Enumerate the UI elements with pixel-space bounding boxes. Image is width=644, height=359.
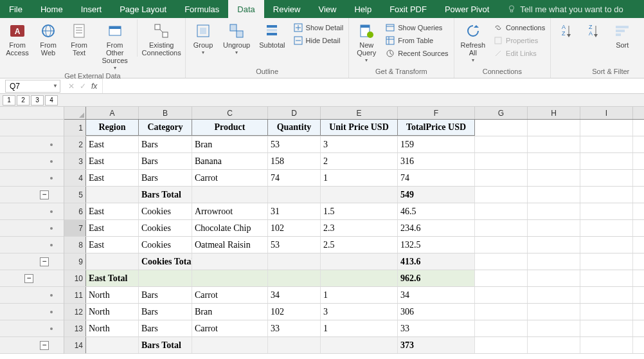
formula-input[interactable] [102,78,644,93]
cell[interactable]: Carrot [192,170,268,186]
cell[interactable]: 2.5 [321,237,398,253]
col-header-A[interactable]: A [86,107,139,119]
cell[interactable]: 74 [398,170,475,186]
table-header-cell[interactable]: Unit Price USD [321,120,398,136]
cell[interactable] [475,153,528,169]
cell[interactable]: 33 [398,320,475,336]
row-header[interactable]: 12 [64,304,86,320]
cell[interactable]: 316 [398,153,475,169]
cell[interactable]: Bars [139,304,192,320]
cell[interactable] [86,187,139,203]
cell[interactable]: Bars [139,153,192,169]
cell[interactable]: East [86,237,139,253]
cell[interactable]: 1 [321,320,398,336]
cell[interactable] [475,287,528,303]
cell[interactable] [528,337,580,353]
cell[interactable] [580,237,633,253]
cell[interactable]: Cookies [139,203,192,219]
cell[interactable]: Chocolate Chip [192,220,268,236]
cell[interactable] [475,136,528,152]
col-header-C[interactable]: C [192,107,268,119]
cell[interactable]: 373 [398,337,475,353]
cell[interactable] [528,170,580,186]
cell[interactable] [580,253,633,270]
existing-connections-button[interactable]: Existing Connections [137,19,181,57]
cell[interactable]: Bars [139,136,192,152]
sort-za-button[interactable]: ZA [582,19,605,41]
row-header[interactable]: 5 [64,187,86,203]
cell[interactable] [475,120,528,136]
cell[interactable] [528,304,580,320]
row-header[interactable]: 6 [64,203,86,219]
cell[interactable]: 31 [268,203,321,219]
cell[interactable] [475,203,528,219]
connections-button[interactable]: Connections [492,22,546,33]
from-text-button[interactable]: From Text [66,19,93,57]
cell[interactable]: Bars Total [139,337,192,353]
cell[interactable]: Oatmeal Raisin [192,237,268,253]
subtotal-button[interactable]: Subtotal [256,19,287,49]
cell[interactable] [580,136,633,152]
cell[interactable] [580,187,633,203]
filter-button[interactable]: Filter [640,19,644,49]
row-header[interactable]: 8 [64,237,86,253]
cell[interactable] [580,337,633,353]
row-header[interactable]: 11 [64,287,86,303]
cell[interactable] [580,203,633,219]
cell[interactable] [139,270,192,286]
tab-view[interactable]: View [309,0,345,18]
cell[interactable]: Bran [192,136,268,152]
cell[interactable]: 549 [398,187,475,203]
cell[interactable] [86,337,139,353]
table-header-cell[interactable]: Region [86,120,139,136]
cell[interactable]: 1 [321,287,398,303]
cell[interactable]: East [86,170,139,186]
row-header[interactable]: 10 [64,270,86,286]
cell[interactable]: Bars [139,320,192,336]
row-header[interactable]: 9 [64,253,86,270]
show-queries-button[interactable]: Show Queries [384,22,449,33]
col-header-F[interactable]: F [398,107,475,119]
cell[interactable] [268,253,321,270]
cell[interactable]: Cookies [139,237,192,253]
outline-level-4[interactable]: 4 [45,95,58,106]
cell[interactable] [475,220,528,236]
table-header-cell[interactable]: Product [192,120,268,136]
from-access-button[interactable]: AFrom Access [4,19,31,57]
cell[interactable]: East [86,203,139,219]
cell[interactable] [475,237,528,253]
hide-detail-button[interactable]: Hide Detail [292,35,345,46]
cell[interactable]: 53 [268,237,321,253]
cell[interactable] [528,270,580,286]
enter-icon[interactable]: ✓ [80,82,86,91]
cell[interactable]: 74 [268,170,321,186]
from-table-button[interactable]: From Table [384,35,449,46]
row-header[interactable]: 7 [64,220,86,236]
row-header[interactable]: 2 [64,136,86,152]
cell[interactable]: 2 [321,153,398,169]
cell[interactable]: 159 [398,136,475,152]
cell[interactable] [475,320,528,336]
cell[interactable] [580,153,633,169]
col-header-B[interactable]: B [139,107,192,119]
collapse-button[interactable]: − [40,257,49,266]
cell[interactable]: East [86,136,139,152]
cell[interactable]: East [86,153,139,169]
row-header[interactable]: 14 [64,337,86,353]
col-header-G[interactable]: G [475,107,528,119]
cell[interactable]: 962.6 [398,270,475,286]
cell[interactable] [528,320,580,336]
sort-button[interactable]: Sort [609,19,636,49]
select-all-corner[interactable] [64,107,86,119]
cell[interactable] [268,270,321,286]
cell[interactable] [528,120,580,136]
refresh-all-button[interactable]: Refresh All▾ [458,19,488,63]
cell[interactable]: 102 [268,220,321,236]
cell[interactable] [192,187,268,203]
cell[interactable]: Cookies [139,220,192,236]
name-box[interactable]: Q7▼ [5,80,60,93]
tell-me-search[interactable]: Tell me what you want to do [498,5,632,14]
new-query-button[interactable]: New Query▾ [353,19,380,63]
cell[interactable]: Arrowroot [192,203,268,219]
cell[interactable]: Cookies Total [139,253,192,270]
